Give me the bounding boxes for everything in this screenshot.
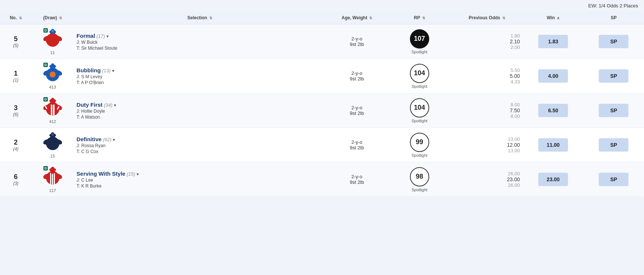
selection-name[interactable]: Bubbling (13) ▾: [76, 67, 323, 73]
rp-value: 99: [410, 133, 429, 152]
row-number: 5 (5): [0, 24, 32, 59]
win-cell[interactable]: 6.50: [523, 93, 584, 128]
sort-arrows-rp: ⇅: [422, 16, 425, 20]
col-draw[interactable]: (Draw) ⇅: [32, 11, 73, 24]
prev-odds-top: 13.00: [454, 136, 520, 142]
rp-cell: 98 Spotlight: [388, 162, 451, 197]
col-selection[interactable]: Selection ⇅: [73, 11, 326, 24]
sp-cell[interactable]: SP: [584, 59, 644, 93]
dropdown-arrow[interactable]: ▾: [106, 34, 109, 39]
rp-circle: 99 Spotlight: [410, 133, 429, 158]
jockey: J: Rossa Ryan: [76, 143, 323, 148]
sort-arrows-selection: ⇅: [209, 16, 212, 20]
col-win[interactable]: Win ∧: [523, 11, 584, 24]
prev-odds-bot: 13.00: [454, 148, 520, 153]
win-cell[interactable]: 4.00: [523, 59, 584, 93]
sp-button[interactable]: SP: [599, 138, 628, 152]
prev-odds-top: 26.00: [454, 171, 520, 176]
dropdown-arrow[interactable]: ▾: [114, 103, 116, 108]
sort-arrows-draw: ⇅: [59, 16, 62, 20]
win-cell[interactable]: 23.00: [523, 162, 584, 197]
sp-button[interactable]: SP: [599, 104, 628, 117]
trainer: T: A P O'Brien: [76, 80, 323, 85]
age-line2: 9st 2lb: [329, 42, 385, 47]
spotlight-label: Spotlight: [411, 119, 427, 123]
rp-cell: 104 Spotlight: [388, 59, 451, 93]
win-button[interactable]: 11.00: [538, 138, 568, 152]
sp-cell[interactable]: SP: [584, 93, 644, 128]
spotlight-label: Spotlight: [411, 188, 427, 192]
rp-circle: 107 Spotlight: [410, 29, 429, 54]
silk-cell: D 11: [32, 24, 73, 59]
silk-cell: D 412: [32, 93, 73, 128]
prev-odds-cell: 8.00 7.50 8.00: [451, 93, 523, 128]
selection-cell: Formal (17) ▾ J: W Buick T: Sir Michael …: [73, 24, 326, 59]
sort-arrow-win: ∧: [557, 16, 559, 20]
col-age-weight[interactable]: Age, Weight ⇅: [326, 11, 388, 24]
jockey: J: C Lee: [76, 178, 323, 183]
dropdown-arrow[interactable]: ▾: [137, 172, 139, 177]
table-row: 5 (5) D 11 Formal (17): [0, 24, 644, 59]
selection-cell: Serving With Style (15) ▾ J: C Lee T: K …: [73, 162, 326, 197]
prev-odds-mid: 23.00: [454, 176, 520, 182]
sp-button[interactable]: SP: [599, 69, 628, 83]
sp-cell[interactable]: SP: [584, 24, 644, 59]
age-line1: 2-y-o: [329, 174, 385, 179]
win-cell[interactable]: 1.83: [523, 24, 584, 59]
silk-cell: D 117: [32, 162, 73, 197]
win-button[interactable]: 6.50: [538, 104, 568, 117]
dropdown-arrow[interactable]: ▾: [113, 137, 115, 142]
prev-odds-cell: 13.00 12.00 13.00: [451, 128, 523, 162]
selection-name[interactable]: Definitive (62) ▾: [76, 136, 323, 142]
table-row: 1 (1) D 413 Bubbling (13) ▾ J: S M Le: [0, 59, 644, 93]
selection-name[interactable]: Serving With Style (15) ▾: [76, 170, 323, 177]
dropdown-arrow[interactable]: ▾: [112, 68, 114, 73]
rp-circle: 98 Spotlight: [410, 167, 429, 192]
win-button[interactable]: 1.83: [538, 35, 568, 48]
prev-odds-cell: 5.50 5.00 4.33: [451, 59, 523, 93]
sp-button[interactable]: SP: [599, 35, 628, 48]
col-sp: SP: [584, 11, 644, 24]
col-rp[interactable]: RP ⇅: [388, 11, 451, 24]
ew-banner: EW: 1/4 Odds 2 Places: [0, 0, 644, 11]
svg-point-39: [51, 167, 54, 170]
col-prev-odds[interactable]: Previous Odds ⇅: [451, 11, 523, 24]
prev-odds-mid: 2.10: [454, 39, 520, 44]
age-line1: 2-y-o: [329, 36, 385, 42]
table-row: 3 (6) D 412 Duty First (34) ▾: [0, 93, 644, 128]
rp-cell: 104 Spotlight: [388, 93, 451, 128]
sp-button[interactable]: SP: [599, 173, 628, 186]
silk-cell: D 413: [32, 59, 73, 93]
prev-odds-bot: 8.00: [454, 113, 520, 119]
jockey: J: W Buick: [76, 40, 323, 45]
col-no[interactable]: No. ⇅: [0, 11, 32, 24]
trainer: T: A Watson: [76, 115, 323, 120]
prev-odds-cell: 1.80 2.10 2.00: [451, 24, 523, 59]
selection-name[interactable]: Formal (17) ▾: [76, 33, 323, 39]
age-line2: 9st 2lb: [329, 110, 385, 116]
svg-point-13: [51, 63, 54, 66]
svg-point-8: [50, 72, 56, 77]
prev-odds-bot: 26.00: [454, 182, 520, 188]
svg-point-30: [52, 133, 54, 136]
sp-cell[interactable]: SP: [584, 128, 644, 162]
win-cell[interactable]: 11.00: [523, 128, 584, 162]
selection-name[interactable]: Duty First (34) ▾: [76, 102, 323, 108]
win-button[interactable]: 4.00: [538, 69, 568, 83]
d-badge: D: [43, 28, 48, 33]
rp-value: 107: [410, 29, 429, 49]
prev-odds-top: 1.80: [454, 33, 520, 39]
rp-value: 104: [410, 64, 429, 83]
prev-odds-cell: 26.00 23.00 26.00: [451, 162, 523, 197]
silk-number: 11: [34, 50, 70, 55]
sp-cell[interactable]: SP: [584, 162, 644, 197]
win-button[interactable]: 23.00: [538, 173, 568, 186]
silk-number: 117: [34, 188, 70, 193]
silk-cell: 15: [32, 128, 73, 162]
rp-value: 104: [410, 98, 429, 117]
row-number: 2 (4): [0, 128, 32, 162]
sort-arrows-no: ⇅: [19, 16, 22, 20]
age-line2: 9st 2lb: [329, 179, 385, 185]
rp-cell: 99 Spotlight: [388, 128, 451, 162]
prev-odds-mid: 12.00: [454, 142, 520, 148]
